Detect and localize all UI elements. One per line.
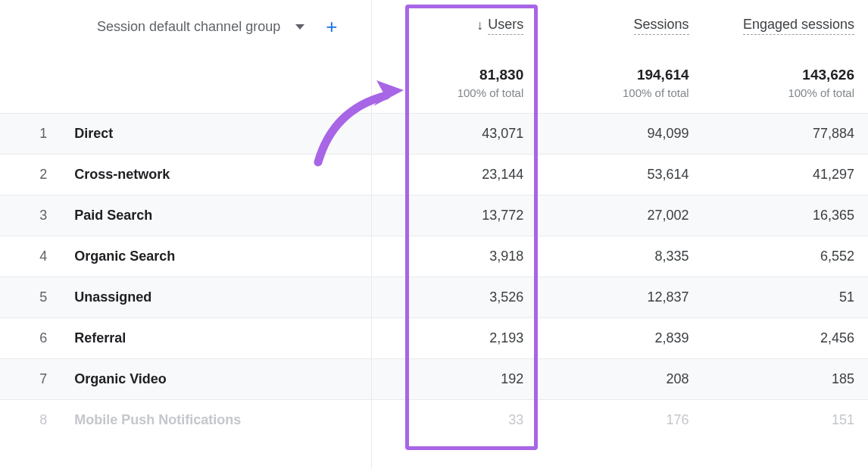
totals-cell: 194,614100% of total [537, 53, 702, 114]
table-row: 5Unassigned3,52612,83751 [0, 277, 868, 318]
metric-cell: 12,837 [537, 277, 702, 318]
metric-cell: 53,614 [537, 155, 702, 195]
metric-cell: 2,193 [372, 318, 537, 359]
metric-cell: 208 [537, 359, 702, 400]
totals-cell: 143,626100% of total [703, 53, 868, 114]
row-index: 6 [0, 318, 68, 359]
metric-cell: 192 [372, 359, 537, 400]
row-dimension-value[interactable]: Paid Search [68, 195, 372, 236]
metric-cell: 185 [703, 359, 868, 400]
metric-cell: 176 [537, 400, 702, 441]
row-index: 3 [0, 195, 68, 236]
table-row: 6Referral2,1932,8392,456 [0, 318, 868, 359]
metric-cell: 23,144 [372, 155, 537, 195]
vertical-separator [371, 0, 372, 469]
metric-cell: 3,526 [372, 277, 537, 318]
table-row: 4Organic Search3,9188,3356,552 [0, 236, 868, 277]
metric-cell: 41,297 [703, 155, 868, 195]
metric-cell: 13,772 [372, 195, 537, 236]
total-subtext: 100% of total [709, 86, 854, 99]
sort-descending-icon: ↓ [476, 17, 483, 33]
metric-label[interactable]: Users [488, 17, 523, 35]
table-row: 8Mobile Push Notifications33176151 [0, 400, 868, 441]
add-dimension-button[interactable]: + [326, 17, 337, 36]
metric-cell: 8,335 [537, 236, 702, 277]
totals-spacer [0, 53, 372, 114]
table-row: 7Organic Video192208185 [0, 359, 868, 400]
dimension-picker[interactable]: Session default channel group [97, 19, 280, 35]
table-row: 3Paid Search13,77227,00216,365 [0, 195, 868, 236]
row-dimension-value[interactable]: Mobile Push Notifications [68, 400, 372, 441]
metric-cell: 2,839 [537, 318, 702, 359]
metric-cell: 27,002 [537, 195, 702, 236]
row-dimension-value[interactable]: Referral [68, 318, 372, 359]
metric-cell: 151 [703, 400, 868, 441]
row-dimension-value[interactable]: Cross-network [68, 155, 372, 195]
total-value: 81,830 [378, 67, 523, 83]
row-index: 2 [0, 155, 68, 195]
row-index: 8 [0, 400, 68, 441]
total-subtext: 100% of total [378, 86, 523, 99]
total-value: 143,626 [709, 67, 854, 83]
table-row: 1Direct43,07194,09977,884 [0, 114, 868, 155]
row-index: 4 [0, 236, 68, 277]
metric-cell: 3,918 [372, 236, 537, 277]
total-value: 194,614 [543, 67, 688, 83]
metric-label[interactable]: Sessions [634, 17, 689, 35]
row-index: 7 [0, 359, 68, 400]
row-dimension-value[interactable]: Organic Search [68, 236, 372, 277]
report-table: Session default channel group+↓UsersSess… [0, 0, 868, 440]
metric-cell: 16,365 [703, 195, 868, 236]
row-dimension-value[interactable]: Direct [68, 114, 372, 155]
metric-cell: 43,071 [372, 114, 537, 155]
metric-cell: 77,884 [703, 114, 868, 155]
table-row: 2Cross-network23,14453,61441,297 [0, 155, 868, 195]
row-dimension-value[interactable]: Unassigned [68, 277, 372, 318]
totals-cell: 81,830100% of total [372, 53, 537, 114]
metric-cell: 6,552 [703, 236, 868, 277]
metric-label[interactable]: Engaged sessions [743, 17, 854, 35]
metric-header[interactable]: ↓Users [372, 0, 537, 53]
row-index: 5 [0, 277, 68, 318]
metric-cell: 33 [372, 400, 537, 441]
total-subtext: 100% of total [543, 86, 688, 99]
row-index: 1 [0, 114, 68, 155]
metric-cell: 94,099 [537, 114, 702, 155]
chevron-down-icon[interactable] [295, 24, 304, 30]
metric-cell: 2,456 [703, 318, 868, 359]
row-dimension-value[interactable]: Organic Video [68, 359, 372, 400]
metric-cell: 51 [703, 277, 868, 318]
metric-header[interactable]: Sessions [537, 0, 702, 53]
metric-header[interactable]: Engaged sessions [703, 0, 868, 53]
